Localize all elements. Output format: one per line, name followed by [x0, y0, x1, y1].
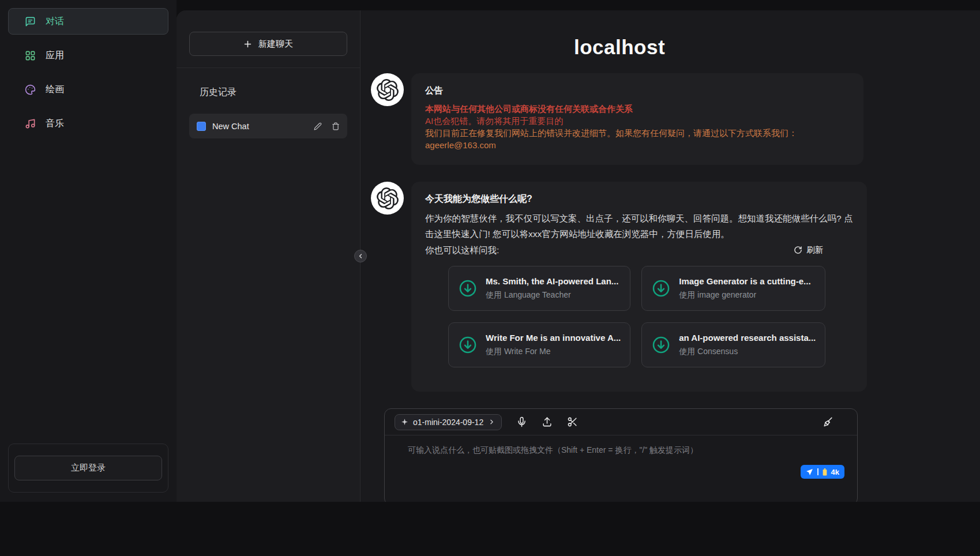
suggestion-subtitle: 使用 image generator [679, 290, 810, 300]
announcement-bubble: 公告 本网站与任何其他公司或商标没有任何关联或合作关系 AI也会犯错。请勿将其用… [411, 73, 863, 165]
chat-item-avatar [197, 122, 206, 131]
upload-button[interactable] [542, 416, 553, 427]
sidebar-item-chat[interactable]: 对话 [8, 8, 168, 35]
login-box: 立即登录 [8, 444, 168, 493]
clear-context-button[interactable] [823, 416, 833, 427]
sidebar-item-label: 音乐 [46, 118, 64, 130]
welcome-bubble: 今天我能为您做些什么呢? 作为你的智慧伙伴，我不仅可以写文案、出点子，还可以和你… [411, 182, 867, 392]
sidebar-item-label: 绘画 [46, 84, 64, 96]
chat-icon [25, 16, 36, 27]
workspace: 新建聊天 历史记录 New Chat localhost [177, 10, 980, 502]
panel-divider [177, 67, 360, 68]
assistant-avatar [371, 73, 404, 106]
composer: o1-mini-2024-09-12 [384, 408, 858, 502]
welcome-message: 今天我能为您做些什么呢? 作为你的智慧伙伴，我不仅可以写文案、出点子，还可以和你… [371, 182, 868, 392]
refresh-icon [794, 246, 802, 254]
chevron-left-icon [357, 253, 364, 260]
suggestion-title: Ms. Smith, the AI-powered Lan... [486, 276, 618, 286]
announcement-line-2: AI也会犯错。请勿将其用于重要目的 [425, 115, 850, 127]
microphone-icon [516, 416, 527, 427]
upload-icon [542, 416, 553, 427]
send-button[interactable]: 4k [801, 465, 844, 479]
composer-toolbar: o1-mini-2024-09-12 [385, 409, 857, 435]
new-chat-label: 新建聊天 [258, 39, 293, 50]
collapse-panel-button[interactable] [354, 250, 367, 262]
token-badge-label: 4k [831, 468, 839, 476]
badge-divider [817, 468, 818, 475]
app-window: 对话 应用 绘画 音乐 立即登录 新建聊天 历史记录 [0, 0, 980, 502]
chat-item-title: New Chat [212, 122, 304, 131]
suggestion-title: Write For Me is an innovative A... [486, 333, 621, 343]
circle-arrow-down-icon [458, 279, 478, 298]
battery-icon [823, 468, 827, 476]
welcome-heading: 今天我能为您做些什么呢? [425, 193, 853, 205]
model-sparkle-icon [401, 418, 408, 426]
scissors-icon [567, 416, 578, 427]
sidebar-item-music[interactable]: 音乐 [8, 110, 168, 137]
announcement-heading: 公告 [425, 85, 850, 97]
sidebar-item-label: 应用 [46, 50, 64, 62]
suggestion-grid: Ms. Smith, the AI-powered Lan... 使用 Lang… [448, 266, 825, 367]
announcement-message: 公告 本网站与任何其他公司或商标没有任何关联或合作关系 AI也会犯错。请勿将其用… [371, 73, 868, 165]
suggestion-card[interactable]: an AI-powered research assista... 使用 Con… [641, 322, 825, 367]
paper-plane-icon [806, 468, 813, 476]
sidebar-item-paint[interactable]: 绘画 [8, 76, 168, 103]
suggestion-title: an AI-powered research assista... [679, 333, 816, 343]
login-button[interactable]: 立即登录 [14, 456, 162, 480]
broom-icon [823, 416, 833, 427]
suggestion-subtitle: 使用 Consensus [679, 347, 816, 357]
welcome-body: 作为你的智慧伙伴，我不仅可以写文案、出点子，还可以和你聊天、回答问题。想知道我还… [425, 211, 853, 242]
page-title: localhost [371, 36, 868, 59]
apps-grid-icon [25, 50, 36, 61]
openai-logo-icon [377, 79, 399, 101]
circle-arrow-down-icon [458, 335, 478, 355]
circle-arrow-down-icon [651, 279, 671, 298]
openai-logo-icon [377, 187, 399, 209]
plus-icon [243, 40, 252, 48]
suggestion-card[interactable]: Write For Me is an innovative A... 使用 Wr… [448, 322, 630, 367]
ask-hint: 你也可以这样问我: [425, 242, 499, 258]
announcement-line-3: 我们目前正在修复我们网站上的错误并改进细节。如果您有任何疑问，请通过以下方式联系… [425, 127, 850, 139]
assistant-avatar [371, 182, 404, 215]
new-chat-button[interactable]: 新建聊天 [189, 32, 347, 56]
announcement-line-1: 本网站与任何其他公司或商标没有任何关联或合作关系 [425, 103, 850, 115]
contact-email-link[interactable]: ageerle@163.com [425, 139, 496, 151]
suggestion-subtitle: 使用 Language Teacher [486, 290, 618, 300]
refresh-suggestions-button[interactable]: 刷新 [794, 245, 823, 256]
model-label: o1-mini-2024-09-12 [413, 418, 483, 427]
chat-main: localhost 公告 本网站与任何其他公司或商标没有任何关联或合作关系 AI… [361, 10, 980, 502]
sidebar-item-apps[interactable]: 应用 [8, 42, 168, 69]
model-selector[interactable]: o1-mini-2024-09-12 [395, 414, 502, 430]
suggestion-card[interactable]: Ms. Smith, the AI-powered Lan... 使用 Lang… [448, 266, 630, 311]
chat-history-panel: 新建聊天 历史记录 New Chat [177, 10, 361, 502]
microphone-button[interactable] [516, 416, 527, 427]
chat-list-item[interactable]: New Chat [189, 114, 347, 138]
chevron-right-icon [488, 418, 495, 426]
refresh-label: 刷新 [806, 245, 823, 256]
suggestion-card[interactable]: Image Generator is a cutting-e... 使用 ima… [641, 266, 825, 311]
palette-icon [25, 84, 36, 95]
delete-icon[interactable] [332, 122, 340, 130]
circle-arrow-down-icon [651, 335, 671, 355]
sidebar-item-label: 对话 [46, 16, 64, 28]
edit-icon[interactable] [314, 122, 322, 130]
suggestion-title: Image Generator is a cutting-e... [679, 276, 810, 286]
music-note-icon [25, 118, 36, 129]
screenshot-button[interactable] [567, 416, 578, 427]
nav-sidebar: 对话 应用 绘画 音乐 立即登录 [0, 0, 177, 502]
suggestion-subtitle: 使用 Write For Me [486, 347, 621, 357]
message-input[interactable] [385, 435, 857, 478]
history-title: 历史记录 [200, 87, 347, 99]
